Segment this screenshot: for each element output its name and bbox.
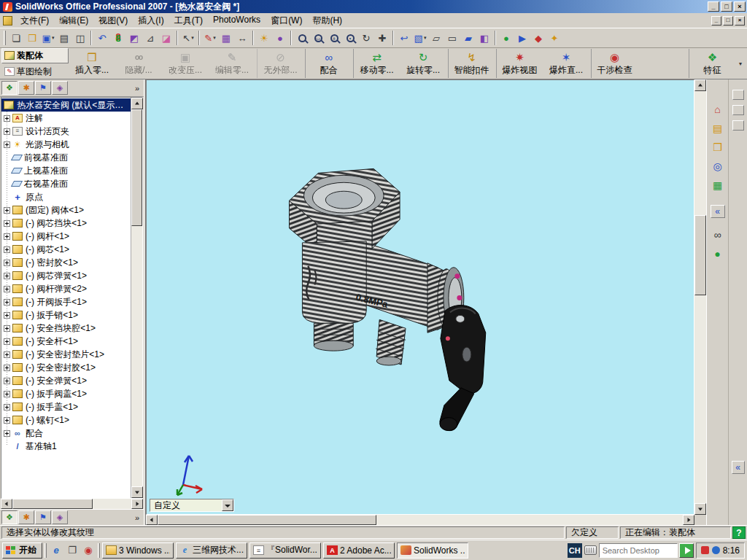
dimension-button[interactable]: ↔ bbox=[234, 30, 250, 46]
tree-item[interactable]: (-) 螺钉<1> bbox=[1, 413, 131, 427]
appearance-button[interactable]: ● bbox=[272, 30, 288, 46]
docked-toolbar-handle[interactable] bbox=[732, 90, 744, 100]
tree-item-root[interactable]: 热水器安全阀 (默认<显示状态 bbox=[1, 98, 131, 112]
glasses-icon[interactable]: ∞ bbox=[709, 227, 727, 243]
tree-expand-toggle[interactable] bbox=[4, 220, 10, 227]
search-input[interactable] bbox=[599, 543, 678, 558]
tree-item[interactable]: (-) 阀杆<1> bbox=[1, 230, 131, 243]
tree-item[interactable]: 原点 bbox=[1, 190, 131, 203]
features-button[interactable]: 特征 bbox=[689, 49, 735, 78]
quick-launch-ie[interactable]: e bbox=[49, 543, 63, 558]
search-go-button[interactable] bbox=[679, 543, 694, 558]
tree-item[interactable]: (-) 扳手盖<1> bbox=[1, 400, 131, 413]
tree-expand-toggle[interactable] bbox=[4, 430, 10, 437]
doc-minimize-button[interactable]: _ bbox=[711, 16, 721, 26]
doc-restore-button[interactable]: □ bbox=[723, 16, 733, 26]
tree-item[interactable]: (-) 扳手销<1> bbox=[1, 308, 131, 322]
scroll-left-button[interactable] bbox=[1, 499, 12, 509]
menu-window[interactable]: 窗口(W) bbox=[266, 13, 307, 28]
exploded-view-button[interactable]: 爆炸视图 bbox=[496, 49, 543, 78]
scroll-up-button[interactable] bbox=[131, 98, 143, 109]
sketch-button[interactable]: ✎▾ bbox=[202, 30, 218, 46]
interference-detection-button[interactable]: 干涉检查 bbox=[591, 49, 638, 78]
quick-tips-help-button[interactable]: ? bbox=[732, 526, 746, 539]
section-view-button[interactable]: ◧ bbox=[476, 30, 492, 46]
scrollbar-thumb[interactable] bbox=[12, 499, 93, 509]
design-library-tab[interactable]: ▤ bbox=[709, 120, 727, 136]
hide-show-button[interactable]: 隐藏/... bbox=[115, 49, 162, 78]
scroll-up-button[interactable] bbox=[694, 79, 706, 91]
tree-item[interactable]: (固定) 阀体<1> bbox=[1, 203, 131, 217]
tree-item[interactable]: 设计活页夹 bbox=[1, 125, 131, 138]
panel-expand-button[interactable]: » bbox=[132, 84, 142, 93]
tree-item[interactable]: (-) 安全挡块腔<1> bbox=[1, 322, 131, 335]
hidden-lines-button[interactable]: ▭ bbox=[444, 30, 460, 46]
tree-expand-toggle[interactable] bbox=[4, 312, 10, 319]
edit-color-button[interactable]: ◩ bbox=[126, 30, 142, 46]
tree-item[interactable]: (-) 开阀扳手<1> bbox=[1, 295, 131, 308]
tray-icon-red[interactable] bbox=[701, 546, 709, 554]
tree-expand-toggle[interactable] bbox=[4, 141, 10, 148]
thirdparty-tab[interactable]: ◈ bbox=[52, 81, 68, 95]
file-explorer-tab[interactable]: ❒ bbox=[709, 139, 727, 155]
tree-expand-toggle[interactable] bbox=[4, 286, 10, 292]
tree-item[interactable]: 光源与相机 bbox=[1, 138, 131, 151]
combo-dropdown-icon[interactable] bbox=[222, 499, 233, 511]
commandmanager-overflow-button[interactable]: ▾ bbox=[735, 49, 746, 78]
scroll-down-button[interactable] bbox=[694, 503, 706, 515]
menu-tools[interactable]: 工具(T) bbox=[169, 13, 208, 28]
view-palette-tab[interactable]: ▦ bbox=[709, 177, 727, 193]
menu-photoworks[interactable]: PhotoWorks bbox=[208, 13, 266, 28]
solidworks-resources-tab[interactable]: ⌂ bbox=[709, 101, 727, 117]
select-button[interactable]: ↖▾ bbox=[180, 30, 196, 46]
tree-expand-toggle[interactable] bbox=[4, 233, 10, 240]
menu-view[interactable]: 视图(V) bbox=[93, 13, 133, 28]
photoworks-button[interactable]: ● bbox=[498, 30, 514, 46]
tree-expand-toggle[interactable] bbox=[4, 207, 10, 214]
standard-views-button[interactable]: ▧▾ bbox=[412, 30, 428, 46]
tree-expand-toggle[interactable] bbox=[4, 260, 10, 266]
task-ie-sanweiwang[interactable]: 三维网技术... bbox=[176, 542, 247, 559]
edrawings-button[interactable]: ◆ bbox=[530, 30, 546, 46]
measure-button[interactable]: ⊿ bbox=[142, 30, 158, 46]
rotate-view-button[interactable]: ↻ bbox=[358, 30, 374, 46]
open-button[interactable]: ❒ bbox=[24, 30, 40, 46]
insert-component-button[interactable]: 插入零... bbox=[69, 49, 115, 78]
print-button[interactable]: ▤ bbox=[56, 30, 72, 46]
quick-launch-desktop[interactable]: ❐ bbox=[65, 543, 80, 558]
doc-close-button[interactable]: × bbox=[735, 16, 745, 26]
collapse-strip-button[interactable]: « bbox=[732, 461, 745, 474]
tree-item[interactable]: 注解 bbox=[1, 112, 131, 125]
tree-item[interactable]: (-) 阀杆弹簧<2> bbox=[1, 282, 131, 295]
print-preview-button[interactable]: ◫ bbox=[72, 30, 88, 46]
scrollbar-thumb[interactable] bbox=[158, 515, 376, 525]
scroll-right-button[interactable] bbox=[683, 515, 694, 525]
tree-expand-toggle[interactable] bbox=[4, 404, 10, 411]
tree-item[interactable]: (-) 密封胶<1> bbox=[1, 256, 131, 269]
scroll-down-button[interactable] bbox=[131, 486, 143, 498]
start-button[interactable]: 开始 bbox=[2, 542, 42, 559]
undo-button[interactable]: ↶ bbox=[94, 30, 110, 46]
tree-item[interactable]: (-) 安全密封胶<1> bbox=[1, 361, 131, 374]
save-button[interactable]: ▣▾ bbox=[40, 30, 56, 46]
thirdparty-tab[interactable]: ◈ bbox=[52, 510, 68, 524]
motion-button[interactable]: ▶ bbox=[514, 30, 530, 46]
tree-expand-toggle[interactable] bbox=[4, 338, 10, 345]
no-external-ref-button[interactable]: 无外部... bbox=[257, 49, 303, 78]
tree-item[interactable]: 右视基准面 bbox=[1, 177, 131, 190]
featuremanager-tab[interactable]: ❖ bbox=[1, 81, 18, 95]
document-icon[interactable] bbox=[3, 16, 12, 26]
shaded-button[interactable]: ▰ bbox=[460, 30, 476, 46]
tree-expand-toggle[interactable] bbox=[4, 378, 10, 384]
tree-item[interactable]: (-) 阀芯<1> bbox=[1, 243, 131, 256]
menu-file[interactable]: 文件(F) bbox=[15, 13, 54, 28]
scrollbar-thumb[interactable] bbox=[694, 215, 706, 295]
wireframe-button[interactable]: ▱ bbox=[428, 30, 444, 46]
search-tab[interactable]: ◎ bbox=[709, 158, 727, 174]
tree-item[interactable]: (-) 扳手阀盖<1> bbox=[1, 387, 131, 400]
maximize-button[interactable]: □ bbox=[721, 1, 732, 12]
tree-expand-toggle[interactable] bbox=[4, 351, 10, 358]
new-button[interactable]: ❏ bbox=[8, 30, 24, 46]
lights-button[interactable]: ☀ bbox=[256, 30, 272, 46]
smart-fasteners-button[interactable]: 智能扣件 bbox=[448, 49, 495, 78]
